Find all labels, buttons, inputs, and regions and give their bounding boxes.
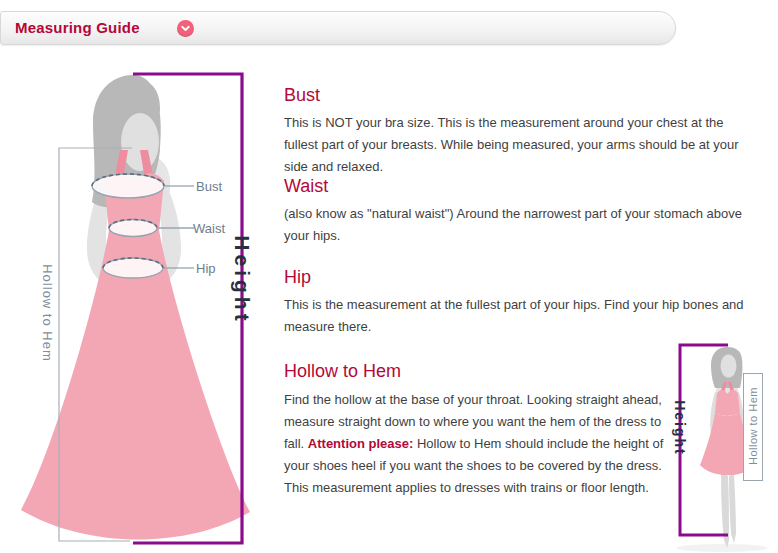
section-body-hollow-to-hem: Find the hollow at the base of your thro… (284, 389, 682, 499)
face-shape-small (721, 355, 737, 378)
section-title-waist: Waist (284, 176, 328, 197)
section-title-hollow-to-hem: Hollow to Hem (284, 361, 401, 382)
measuring-guide-header-bar: Measuring Guide (0, 11, 676, 45)
hollow-to-hem-box-small: Hollow to Hem (743, 373, 763, 481)
bust-callout-label: Bust (196, 179, 222, 194)
section-body-hip: This is the measurement at the fullest p… (284, 294, 752, 338)
section-title-bust: Bust (284, 85, 320, 106)
measuring-guide-page: { "header": { "title": "Measuring Guide"… (0, 0, 778, 553)
collapse-toggle-button[interactable] (177, 20, 194, 37)
attention-please-label: Attention please: (308, 436, 413, 451)
waist-measure-ellipse (109, 220, 157, 237)
chevron-down-icon (180, 23, 191, 34)
section-body-waist: (also know as "natural waist") Around th… (284, 203, 752, 247)
measurement-diagram-large: Bust Waist Hip Height Hollow to Hem (20, 60, 270, 553)
section-title-hip: Hip (284, 267, 311, 288)
section-body-bust: This is NOT your bra size. This is the m… (284, 112, 752, 178)
hip-measure-ellipse (103, 258, 163, 278)
face-shape (121, 113, 159, 171)
waist-callout-label: Waist (193, 221, 225, 236)
measurement-diagram-small: Height Hollow to Hem (660, 335, 778, 553)
dress-bodice-small (715, 390, 740, 416)
hip-callout-label: Hip (196, 261, 216, 276)
bust-measure-ellipse (92, 174, 164, 198)
page-title: Measuring Guide (15, 12, 140, 44)
